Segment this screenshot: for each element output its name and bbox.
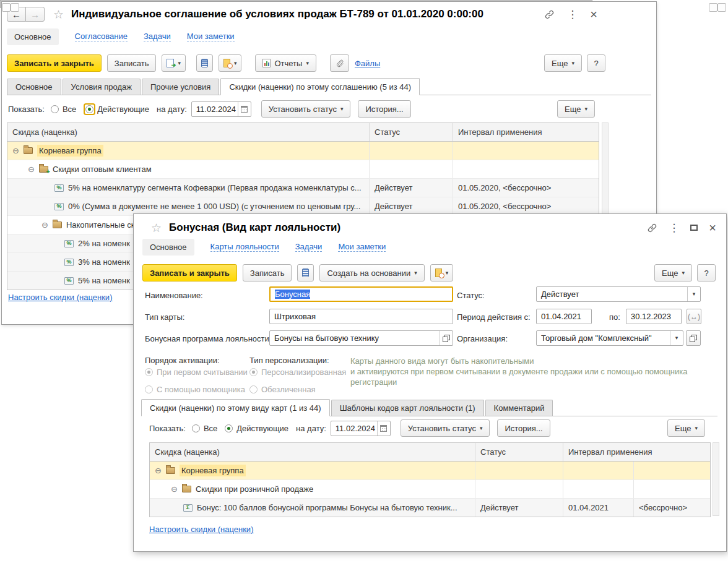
vertical-scrollbar[interactable]: [713, 442, 719, 516]
radio-anonymous[interactable]: [249, 385, 258, 393]
col-interval[interactable]: Интервал применения: [563, 443, 710, 461]
create-from-button[interactable]: ▾: [162, 54, 186, 72]
program-input[interactable]: Бонусы на бытовую технику: [269, 330, 453, 346]
col-interval[interactable]: Интервал применения: [453, 123, 599, 141]
structure-button[interactable]: [196, 54, 213, 72]
table-row[interactable]: ⊖ Корневая группа: [7, 142, 599, 160]
history-button[interactable]: История...: [497, 419, 550, 437]
more-button[interactable]: Еще▾: [654, 264, 692, 282]
collapse-icon[interactable]: ⊖: [12, 147, 19, 155]
help-button[interactable]: ?: [697, 264, 716, 282]
save-button[interactable]: Записать: [243, 264, 292, 282]
radio-personalized[interactable]: [249, 368, 258, 376]
radio-acting[interactable]: [225, 424, 233, 432]
org-select[interactable]: Торговый дом "Комплексный" ▾: [536, 330, 683, 346]
row-label: Корневая группа: [180, 465, 246, 476]
save-close-button[interactable]: Записать и закрыть: [7, 54, 102, 72]
attachments-button[interactable]: [330, 54, 349, 72]
radio-assistant[interactable]: [145, 385, 153, 393]
close-icon[interactable]: ×: [709, 221, 716, 234]
tab-comment[interactable]: Комментарий: [485, 400, 553, 416]
calendar-button[interactable]: [238, 102, 251, 116]
copy-link-icon[interactable]: [647, 223, 657, 233]
show-label: Показать:: [8, 105, 45, 114]
section-main[interactable]: Основное: [7, 28, 59, 45]
calendar-button[interactable]: [377, 421, 390, 436]
section-tasks[interactable]: Задачи: [295, 242, 323, 252]
tab-sale-terms[interactable]: Условия продаж: [63, 79, 141, 95]
maximize-icon[interactable]: [690, 225, 698, 231]
window-edge-button[interactable]: [11, 3, 19, 8]
save-button[interactable]: Записать: [107, 54, 157, 72]
more-button[interactable]: Еще▾: [544, 54, 582, 72]
open-button[interactable]: [440, 331, 453, 345]
col-discount[interactable]: Скидка (наценка): [150, 443, 475, 461]
period-from-input[interactable]: 01.04.2021: [536, 309, 592, 324]
table-row[interactable]: ⊖ Корневая группа: [150, 462, 710, 480]
tab-main[interactable]: Основное: [7, 79, 61, 95]
reports-button[interactable]: Отчеты▾: [255, 54, 316, 72]
menu-kebab-icon[interactable]: ⋮: [567, 9, 578, 20]
change-history-button[interactable]: ▾: [430, 264, 454, 282]
create-based-button[interactable]: Создать на основании▾: [319, 264, 424, 282]
tab-other-terms[interactable]: Прочие условия: [142, 79, 219, 95]
date-input[interactable]: 11.02.2024: [331, 421, 391, 436]
dropdown-button[interactable]: ▾: [670, 331, 683, 345]
section-notes[interactable]: Мои заметки: [338, 242, 386, 252]
favorite-star-icon[interactable]: ☆: [53, 9, 64, 20]
configure-discounts-link[interactable]: Настроить скидки (наценки): [149, 525, 253, 534]
table-row[interactable]: Σ Бонус: 100 баллов бонусной программы Б…: [150, 499, 710, 517]
section-main[interactable]: Основное: [142, 239, 194, 256]
favorite-star-icon[interactable]: ☆: [151, 222, 162, 234]
period-icon: (↔): [688, 312, 700, 321]
table-row[interactable]: % 5% на номенклатуру сегмента Кофеварки …: [7, 179, 599, 197]
date-input[interactable]: 11.02.2024: [191, 101, 251, 117]
row-label: 5% на номенк: [78, 276, 130, 285]
copy-link-icon[interactable]: [544, 9, 555, 20]
row-status: Действует: [370, 197, 453, 215]
status-select[interactable]: Действует ▾: [536, 286, 701, 302]
table-row[interactable]: ⊖ Скидки при розничной продаже: [150, 480, 710, 499]
structure-button[interactable]: [297, 264, 314, 282]
col-status[interactable]: Статус: [475, 443, 563, 461]
collapse-icon[interactable]: ⊖: [155, 466, 162, 475]
set-status-button[interactable]: Установить статус▾: [401, 419, 490, 437]
collapse-icon[interactable]: ⊖: [28, 165, 35, 173]
change-history-button[interactable]: ▾: [219, 54, 242, 72]
table-row[interactable]: ⊖ Скидки оптовым клиентам: [7, 160, 599, 179]
more-button[interactable]: Еще▾: [667, 419, 705, 437]
tab-code-templates[interactable]: Шаблоны кодов карт лояльности (1): [331, 400, 484, 416]
more-button[interactable]: Еще▾: [557, 100, 595, 118]
configure-discounts-link[interactable]: Настроить скидки (наценки): [8, 293, 112, 302]
radio-all[interactable]: [51, 105, 59, 113]
set-status-button[interactable]: Установить статус▾: [261, 100, 351, 118]
help-button[interactable]: ?: [587, 54, 605, 72]
caret-icon: ▾: [693, 291, 696, 297]
radio-acting[interactable]: [85, 105, 93, 113]
tab-discounts[interactable]: Скидки (наценки) по этому соглашению (5 …: [220, 78, 420, 95]
section-tasks[interactable]: Задачи: [144, 32, 171, 41]
col-discount[interactable]: Скидка (наценка): [7, 123, 370, 141]
collapse-icon[interactable]: ⊖: [171, 485, 178, 493]
history-button[interactable]: История...: [358, 100, 410, 118]
window-edge-button[interactable]: [2, 3, 11, 8]
open-button[interactable]: [686, 330, 701, 346]
menu-kebab-icon[interactable]: ⋮: [669, 223, 679, 233]
section-notes[interactable]: Мои заметки: [187, 32, 235, 41]
files-link[interactable]: Файлы: [355, 59, 380, 68]
name-input[interactable]: Бонусная: [269, 286, 453, 302]
tab-discounts[interactable]: Скидки (наценки) по этому виду карт (1 и…: [141, 399, 330, 416]
period-picker-button[interactable]: (↔): [687, 309, 701, 324]
card-type-input[interactable]: Штриховая: [269, 309, 453, 324]
radio-first-read[interactable]: [145, 368, 153, 376]
period-to-input[interactable]: 30.12.2023: [626, 309, 682, 324]
dropdown-button[interactable]: ▾: [687, 287, 700, 301]
collapse-icon[interactable]: ⊖: [41, 221, 48, 229]
section-loyalty-cards[interactable]: Карты лояльности: [210, 242, 279, 252]
forward-button[interactable]: →: [25, 7, 45, 22]
close-icon[interactable]: ×: [590, 8, 597, 20]
col-status[interactable]: Статус: [370, 123, 453, 141]
section-approval[interactable]: Согласование: [75, 32, 128, 41]
radio-all[interactable]: [192, 424, 200, 432]
save-close-button[interactable]: Записать и закрыть: [142, 264, 237, 282]
